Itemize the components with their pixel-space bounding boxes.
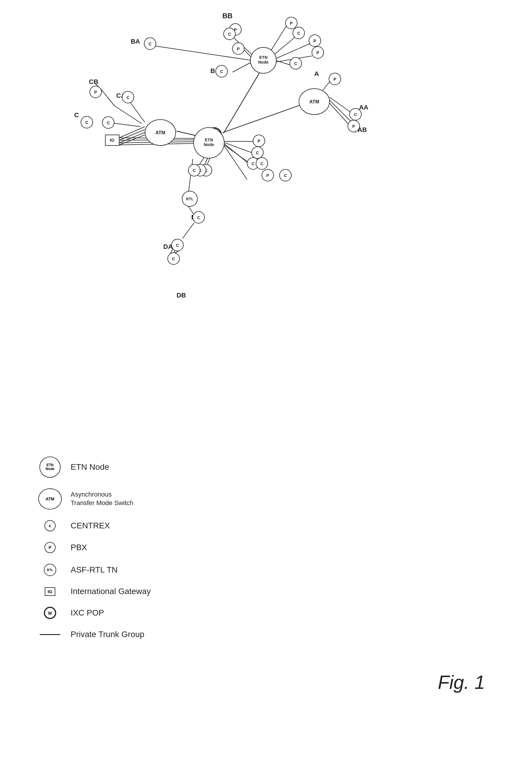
svg-text:P: P: [94, 90, 97, 94]
legend-label-ig: International Gateway: [71, 587, 151, 596]
network-diagram: P C P C P P C ETN Node BB C BA B C P CB …: [0, 0, 532, 448]
svg-text:C: C: [354, 112, 357, 117]
svg-text:P: P: [313, 39, 316, 43]
svg-text:P: P: [333, 77, 336, 82]
svg-text:P: P: [257, 139, 260, 143]
svg-text:ETN: ETN: [259, 55, 267, 60]
legend-symbol-ixc: M: [35, 607, 65, 619]
legend: ETNNode ETN Node ATM Asynchronous Transf…: [35, 456, 241, 650]
svg-text:C: C: [294, 61, 297, 66]
svg-text:P: P: [352, 124, 355, 129]
centrex-icon: c: [44, 520, 56, 531]
legend-symbol-atm: ATM: [35, 488, 65, 509]
svg-text:ATM: ATM: [309, 99, 319, 104]
legend-item-pbx: P PBX: [35, 542, 241, 553]
etn-node-icon: ETNNode: [39, 456, 61, 478]
legend-item-centrex: c CENTREX: [35, 520, 241, 531]
svg-line-27: [330, 97, 350, 112]
ig-icon: IG: [45, 587, 55, 596]
legend-symbol-rtl: RTL: [35, 564, 65, 576]
label-DB: DB: [177, 292, 186, 299]
svg-text:BA: BA: [131, 38, 140, 45]
svg-text:Node: Node: [258, 60, 269, 64]
svg-text:C: C: [284, 173, 287, 178]
svg-line-17: [119, 129, 145, 140]
legend-item-atm: ATM Asynchronous Transfer Mode Switch: [35, 488, 241, 509]
figure-label: Fig. 1: [438, 672, 485, 693]
legend-label-centrex: CENTREX: [71, 521, 110, 530]
svg-text:RTL: RTL: [186, 197, 193, 201]
svg-text:P: P: [290, 21, 292, 26]
label-A: A: [314, 70, 319, 77]
legend-label-etn: ETN Node: [71, 462, 109, 472]
legend-label-ixc: IXC POP: [71, 608, 104, 618]
svg-text:C: C: [256, 150, 259, 155]
svg-text:C: C: [228, 32, 231, 36]
svg-text:C: C: [149, 41, 152, 46]
legend-symbol-pbx: P: [35, 542, 65, 553]
legend-item-rtl: RTL ASF-RTL TN: [35, 564, 241, 576]
svg-line-38: [188, 159, 193, 194]
svg-text:C: C: [252, 161, 255, 166]
svg-line-28: [330, 100, 353, 124]
svg-text:C: C: [107, 120, 110, 125]
svg-line-2: [275, 43, 312, 59]
ixc-icon: M: [44, 607, 56, 619]
svg-text:P: P: [316, 50, 319, 55]
svg-line-12: [115, 106, 142, 124]
trunk-line-icon: [40, 634, 60, 635]
legend-symbol-trunk: [35, 634, 65, 635]
svg-text:ETN: ETN: [205, 137, 213, 142]
svg-text:C: C: [85, 120, 88, 125]
legend-label-atm: Asynchronous Transfer Mode Switch: [71, 490, 133, 507]
legend-label-pbx: PBX: [71, 543, 87, 552]
svg-line-7: [224, 71, 260, 133]
legend-symbol-centrex: c: [35, 520, 65, 531]
svg-line-14: [102, 90, 115, 106]
svg-text:C: C: [297, 31, 300, 36]
legend-item-etn: ETNNode ETN Node: [35, 456, 241, 478]
svg-text:P: P: [237, 46, 240, 51]
svg-line-8: [232, 61, 253, 72]
svg-text:C: C: [193, 168, 196, 173]
label-AA: AA: [359, 104, 368, 111]
label-BB: BB: [222, 12, 233, 20]
svg-text:C: C: [127, 95, 129, 100]
svg-text:ATM: ATM: [155, 130, 165, 135]
atm-node-icon: ATM: [38, 488, 62, 509]
label-B: B: [210, 67, 215, 74]
rtl-icon: RTL: [44, 564, 56, 576]
pbx-icon: P: [44, 542, 56, 553]
legend-symbol-ig: IG: [35, 587, 65, 596]
svg-text:IG: IG: [110, 137, 114, 142]
label-C: C: [74, 111, 79, 119]
legend-item-ixc: M IXC POP: [35, 607, 241, 619]
svg-text:P: P: [266, 173, 269, 178]
svg-line-25: [223, 103, 306, 132]
legend-symbol-etn: ETNNode: [35, 456, 65, 478]
svg-text:C: C: [172, 257, 175, 261]
legend-item-ig: IG International Gateway: [35, 587, 241, 596]
label-DA: DA: [163, 243, 173, 250]
label-CB: CB: [89, 78, 98, 85]
svg-text:C: C: [220, 69, 223, 74]
svg-line-34: [224, 146, 247, 180]
legend-label-trunk: Private Trunk Group: [71, 630, 144, 639]
legend-label-rtl: ASF-RTL TN: [71, 565, 118, 574]
svg-line-117: [182, 223, 194, 239]
svg-text:C: C: [197, 215, 200, 220]
svg-text:C: C: [260, 161, 263, 166]
svg-text:C: C: [176, 243, 179, 248]
svg-text:Node: Node: [204, 142, 214, 147]
legend-item-trunk: Private Trunk Group: [35, 630, 241, 639]
